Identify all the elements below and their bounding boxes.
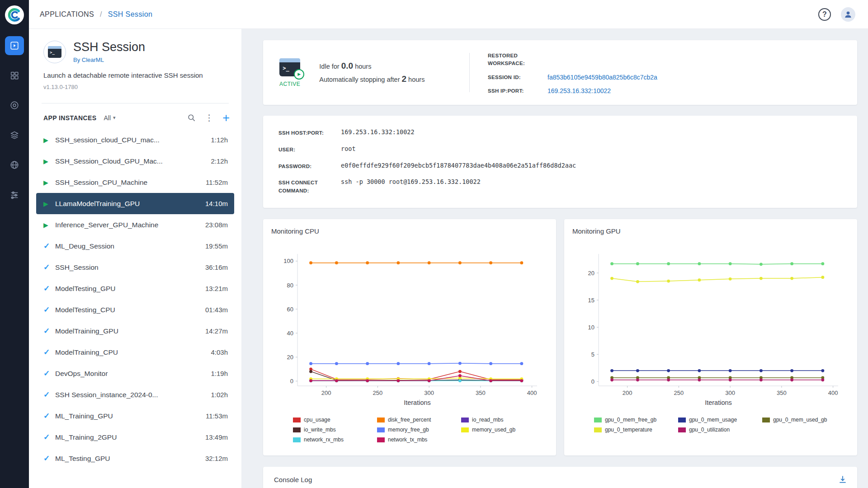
legend-swatch: [377, 427, 385, 432]
instance-name: ML_Training_GPU: [55, 412, 206, 420]
legend-item[interactable]: disk_free_percent: [377, 417, 461, 423]
instance-list-item[interactable]: ✓ ModelTraining_CPU 4:03h: [36, 342, 234, 363]
instance-duration: 1:19h: [211, 370, 228, 377]
app-byline-link[interactable]: By ClearML: [73, 56, 145, 63]
applications-icon: [9, 41, 19, 51]
instance-duration: 23:08m: [205, 221, 228, 229]
gpu-chart-legend: gpu_0_mem_free_gbgpu_0_mem_usagegpu_0_me…: [594, 417, 849, 436]
breadcrumb-applications[interactable]: APPLICATIONS: [40, 10, 94, 18]
legend-item[interactable]: memory_used_gb: [461, 427, 545, 433]
legend-label: gpu_0_mem_free_gb: [605, 417, 656, 423]
instance-status-icon: ▶: [43, 179, 55, 186]
detail-label: SSH CONNECT COMMAND:: [278, 178, 341, 195]
instance-status-icon: ✓: [43, 326, 55, 336]
instance-list-item[interactable]: ✓ ModelTesting_GPU 13:21m: [36, 278, 234, 299]
legend-item[interactable]: gpu_0_utilization: [678, 427, 762, 433]
console-log-card: Console Log > Requirement already satisf…: [263, 467, 857, 488]
legend-item[interactable]: network_rx_mbs: [293, 436, 377, 443]
nav-pipelines[interactable]: [5, 126, 24, 145]
instance-name: Inference_Server_GPU_Machine: [55, 221, 205, 229]
instance-list-item[interactable]: ✓ ModelTraining_GPU 14:27m: [36, 320, 234, 342]
instance-list-item[interactable]: ✓ ML_Deug_Session 19:55m: [36, 235, 234, 257]
instance-list-item[interactable]: ✓ ModelTesting_CPU 01:43m: [36, 299, 234, 320]
instance-status-icon: ✓: [43, 411, 55, 421]
download-log-icon[interactable]: [838, 475, 847, 484]
instance-status-icon: ✓: [43, 347, 55, 357]
cpu-chart-legend: cpu_usagedisk_free_percentio_read_mbsio_…: [293, 417, 548, 446]
instance-status-icon: ▶: [43, 200, 55, 207]
legend-item[interactable]: io_write_mbs: [293, 427, 377, 433]
svg-text:250: 250: [373, 389, 383, 396]
nav-reports[interactable]: [5, 155, 24, 174]
instance-duration: 1:12h: [211, 136, 228, 144]
legend-item[interactable]: memory_free_gb: [377, 427, 461, 433]
instance-list-item[interactable]: ▶ SSH_Session_Cloud_GPU_Mac... 2:12h: [36, 150, 234, 172]
instance-status-icon: ✓: [43, 241, 55, 251]
ssh-ipport-link[interactable]: 169.253.16.332:10022: [547, 87, 611, 94]
nav-applications[interactable]: [5, 36, 24, 55]
svg-text:0: 0: [290, 378, 293, 385]
vertical-divider: [469, 53, 470, 92]
gpu-chart-plot[interactable]: 05101520200250300350400Iterations: [572, 248, 849, 412]
instance-list-item[interactable]: ▶ SSH_Session_CPU_Machine 11:52m: [36, 172, 234, 193]
session-id-link[interactable]: fa853b6105e9459b80a825b6c8c7cb2a: [547, 74, 657, 81]
kebab-menu-icon[interactable]: ⋮: [205, 113, 213, 123]
instance-list-item[interactable]: ✓ DevOps_Monitor 1:19h: [36, 363, 234, 384]
svg-text:300: 300: [725, 389, 735, 396]
detail-row: USER: root: [278, 145, 842, 154]
instance-list-item[interactable]: ✓ SSH Session_instance_2024-0... 1:02h: [36, 384, 234, 405]
legend-item[interactable]: gpu_0_temperature: [594, 427, 678, 433]
cpu-chart-plot[interactable]: 020406080100200250300350400Iterations: [271, 248, 548, 412]
nav-projects[interactable]: [5, 66, 24, 85]
instance-status-icon: ✓: [43, 284, 55, 293]
datasets-target-icon: [9, 100, 19, 110]
app-badge: >_: [43, 41, 66, 63]
legend-swatch: [377, 437, 385, 442]
instance-name: SSH_Session_CPU_Machine: [55, 178, 206, 187]
instance-list-item[interactable]: ▶ SSH_session_cloud_CPU_mac... 1:12h: [36, 129, 234, 150]
clearml-logo[interactable]: [5, 5, 24, 24]
svg-text:350: 350: [476, 389, 486, 396]
legend-item[interactable]: gpu_0_mem_used_gb: [762, 417, 846, 423]
legend-item[interactable]: gpu_0_mem_usage: [678, 417, 762, 423]
instance-name: ML_Deug_Session: [55, 242, 205, 250]
instance-list-item[interactable]: ▶ LLamaModelTraining_GPU 14:10m: [36, 193, 234, 214]
svg-text:Iterations: Iterations: [404, 399, 431, 406]
instance-status-icon: ✓: [43, 454, 55, 463]
user-avatar[interactable]: [841, 7, 855, 22]
instance-list-item[interactable]: ✓ ML_Training_GPU 11:53m: [36, 405, 234, 427]
help-icon[interactable]: ?: [818, 8, 831, 21]
detail-row: PASSWORD: e0f0effdfe929f60f209ebcb5f1878…: [278, 162, 842, 171]
instances-filter-dropdown[interactable]: All ▾: [104, 114, 115, 122]
nav-workers[interactable]: [5, 185, 24, 204]
svg-text:350: 350: [777, 389, 787, 396]
instance-list-item[interactable]: ✓ ML_Testing_GPU 32:12m: [36, 448, 234, 469]
detail-row: SSH CONNECT COMMAND: ssh -p 30000 root@1…: [278, 178, 842, 195]
legend-item[interactable]: cpu_usage: [293, 417, 377, 423]
legend-item[interactable]: io_read_mbs: [461, 417, 545, 423]
legend-item[interactable]: gpu_0_mem_free_gb: [594, 417, 678, 423]
nav-datasets[interactable]: [5, 96, 24, 115]
instance-list-item[interactable]: ✓ ML_Training_2GPU 13:49m: [36, 427, 234, 448]
legend-swatch: [293, 427, 301, 432]
instance-name: ModelTraining_CPU: [55, 348, 211, 357]
legend-swatch: [678, 427, 686, 432]
search-icon[interactable]: [187, 113, 196, 122]
reports-globe-icon: [9, 160, 19, 170]
breadcrumb-separator: /: [100, 10, 102, 18]
instance-list-item[interactable]: ✓ SSH_Session 36:16m: [36, 257, 234, 278]
app-side-panel: >_ SSH Session By ClearML Launch a detac…: [29, 29, 241, 488]
legend-item[interactable]: network_tx_mbs: [377, 436, 461, 443]
instance-name: SSH_Session: [55, 263, 205, 272]
instance-list-item[interactable]: ▶ Inference_Server_GPU_Machine 23:08m: [36, 214, 234, 235]
svg-text:250: 250: [674, 389, 684, 396]
legend-swatch: [293, 418, 301, 422]
projects-grid-icon: [9, 70, 19, 80]
instance-duration: 1:02h: [211, 391, 228, 399]
legend-swatch: [377, 418, 385, 422]
add-instance-button[interactable]: +: [222, 113, 230, 122]
legend-swatch: [461, 418, 469, 422]
restored-workspace-label: RESTORED WORKSPACE:: [488, 52, 547, 68]
legend-label: disk_free_percent: [388, 417, 431, 423]
breadcrumb-current-page: SSH Session: [108, 10, 153, 18]
